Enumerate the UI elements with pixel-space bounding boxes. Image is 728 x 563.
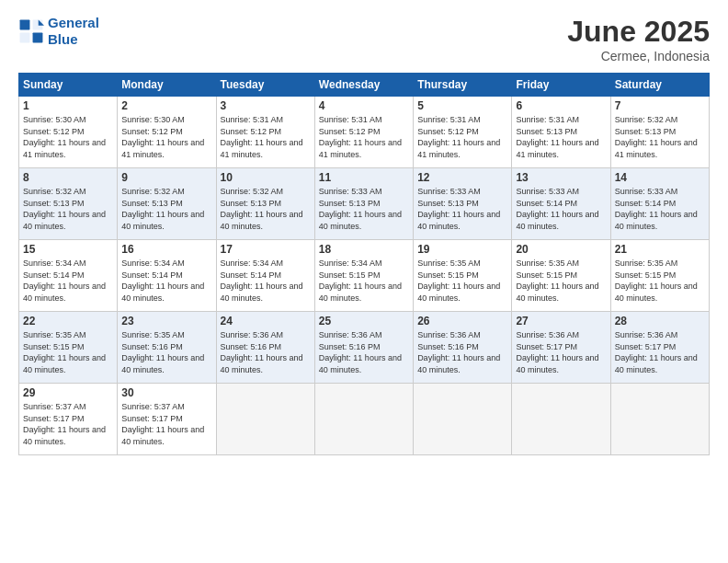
day-info: Sunrise: 5:30 AM Sunset: 5:12 PM Dayligh…	[23, 114, 113, 160]
month-title: June 2025	[567, 15, 710, 49]
day-number: 28	[615, 315, 705, 327]
col-header-tuesday: Tuesday	[216, 74, 314, 97]
logo-icon	[18, 18, 44, 44]
week-row-2: 8 Sunrise: 5:32 AM Sunset: 5:13 PM Dayli…	[19, 168, 710, 240]
day-number: 13	[516, 171, 606, 184]
day-cell: 30 Sunrise: 5:37 AM Sunset: 5:17 PM Dayl…	[118, 384, 216, 455]
col-header-saturday: Saturday	[610, 74, 709, 97]
day-cell: 4 Sunrise: 5:31 AM Sunset: 5:12 PM Dayli…	[314, 97, 413, 168]
day-info: Sunrise: 5:31 AM Sunset: 5:13 PM Dayligh…	[516, 114, 606, 160]
day-number: 8	[23, 171, 113, 184]
day-cell: 23 Sunrise: 5:35 AM Sunset: 5:16 PM Dayl…	[118, 312, 216, 384]
day-info: Sunrise: 5:36 AM Sunset: 5:16 PM Dayligh…	[319, 329, 409, 375]
day-cell: 19 Sunrise: 5:35 AM Sunset: 5:15 PM Dayl…	[414, 240, 512, 312]
day-info: Sunrise: 5:32 AM Sunset: 5:13 PM Dayligh…	[221, 186, 311, 232]
day-number: 6	[516, 99, 606, 112]
day-number: 21	[615, 243, 705, 256]
day-info: Sunrise: 5:36 AM Sunset: 5:16 PM Dayligh…	[417, 329, 507, 375]
day-cell: 7 Sunrise: 5:32 AM Sunset: 5:13 PM Dayli…	[610, 97, 709, 168]
logo-text: General Blue	[48, 15, 99, 48]
day-cell: 5 Sunrise: 5:31 AM Sunset: 5:12 PM Dayli…	[414, 97, 512, 168]
day-cell: 1 Sunrise: 5:30 AM Sunset: 5:12 PM Dayli…	[19, 97, 118, 168]
svg-rect-0	[20, 20, 30, 30]
day-cell	[216, 384, 314, 455]
day-info: Sunrise: 5:35 AM Sunset: 5:16 PM Dayligh…	[121, 329, 211, 375]
header: General Blue June 2025 Cermee, Indonesia	[18, 15, 710, 63]
day-info: Sunrise: 5:36 AM Sunset: 5:16 PM Dayligh…	[221, 329, 311, 375]
day-info: Sunrise: 5:31 AM Sunset: 5:12 PM Dayligh…	[221, 114, 311, 160]
day-info: Sunrise: 5:37 AM Sunset: 5:17 PM Dayligh…	[121, 401, 211, 447]
day-info: Sunrise: 5:35 AM Sunset: 5:15 PM Dayligh…	[615, 258, 705, 304]
day-number: 11	[319, 171, 409, 184]
day-number: 26	[417, 315, 507, 327]
day-cell: 6 Sunrise: 5:31 AM Sunset: 5:13 PM Dayli…	[512, 97, 610, 168]
day-number: 15	[23, 243, 113, 256]
day-cell: 26 Sunrise: 5:36 AM Sunset: 5:16 PM Dayl…	[414, 312, 512, 384]
day-number: 17	[221, 243, 311, 256]
day-cell: 16 Sunrise: 5:34 AM Sunset: 5:14 PM Dayl…	[118, 240, 216, 312]
logo: General Blue	[18, 15, 99, 48]
day-number: 29	[23, 386, 113, 399]
day-cell: 12 Sunrise: 5:33 AM Sunset: 5:13 PM Dayl…	[414, 168, 512, 240]
col-header-friday: Friday	[512, 74, 610, 97]
day-number: 14	[615, 171, 705, 184]
week-row-1: 1 Sunrise: 5:30 AM Sunset: 5:12 PM Dayli…	[19, 97, 710, 168]
day-cell	[512, 384, 610, 455]
col-header-sunday: Sunday	[19, 74, 118, 97]
day-cell: 21 Sunrise: 5:35 AM Sunset: 5:15 PM Dayl…	[610, 240, 709, 312]
day-info: Sunrise: 5:36 AM Sunset: 5:17 PM Dayligh…	[615, 329, 705, 375]
day-info: Sunrise: 5:33 AM Sunset: 5:14 PM Dayligh…	[615, 186, 705, 232]
day-cell: 15 Sunrise: 5:34 AM Sunset: 5:14 PM Dayl…	[19, 240, 118, 312]
svg-rect-3	[33, 33, 43, 43]
day-info: Sunrise: 5:34 AM Sunset: 5:14 PM Dayligh…	[23, 258, 113, 304]
day-cell: 9 Sunrise: 5:32 AM Sunset: 5:13 PM Dayli…	[118, 168, 216, 240]
day-cell: 22 Sunrise: 5:35 AM Sunset: 5:15 PM Dayl…	[19, 312, 118, 384]
day-info: Sunrise: 5:33 AM Sunset: 5:13 PM Dayligh…	[319, 186, 409, 232]
day-info: Sunrise: 5:32 AM Sunset: 5:13 PM Dayligh…	[23, 186, 113, 232]
col-header-wednesday: Wednesday	[314, 74, 413, 97]
day-number: 7	[615, 99, 705, 112]
day-info: Sunrise: 5:36 AM Sunset: 5:17 PM Dayligh…	[516, 329, 606, 375]
day-cell: 20 Sunrise: 5:35 AM Sunset: 5:15 PM Dayl…	[512, 240, 610, 312]
day-info: Sunrise: 5:37 AM Sunset: 5:17 PM Dayligh…	[23, 401, 113, 447]
day-info: Sunrise: 5:34 AM Sunset: 5:14 PM Dayligh…	[221, 258, 311, 304]
day-cell: 8 Sunrise: 5:32 AM Sunset: 5:13 PM Dayli…	[19, 168, 118, 240]
day-info: Sunrise: 5:35 AM Sunset: 5:15 PM Dayligh…	[23, 329, 113, 375]
day-cell: 29 Sunrise: 5:37 AM Sunset: 5:17 PM Dayl…	[19, 384, 118, 455]
calendar-page: General Blue June 2025 Cermee, Indonesia…	[0, 0, 728, 563]
day-info: Sunrise: 5:32 AM Sunset: 5:13 PM Dayligh…	[615, 114, 705, 160]
day-cell: 25 Sunrise: 5:36 AM Sunset: 5:16 PM Dayl…	[314, 312, 413, 384]
day-cell	[610, 384, 709, 455]
day-number: 10	[221, 171, 311, 184]
day-number: 5	[417, 99, 507, 112]
day-cell	[414, 384, 512, 455]
day-cell: 11 Sunrise: 5:33 AM Sunset: 5:13 PM Dayl…	[314, 168, 413, 240]
day-info: Sunrise: 5:33 AM Sunset: 5:14 PM Dayligh…	[516, 186, 606, 232]
location: Cermee, Indonesia	[567, 49, 710, 63]
day-cell: 28 Sunrise: 5:36 AM Sunset: 5:17 PM Dayl…	[610, 312, 709, 384]
day-number: 16	[121, 243, 211, 256]
day-number: 9	[121, 171, 211, 184]
day-cell: 18 Sunrise: 5:34 AM Sunset: 5:15 PM Dayl…	[314, 240, 413, 312]
col-header-thursday: Thursday	[414, 74, 512, 97]
day-info: Sunrise: 5:31 AM Sunset: 5:12 PM Dayligh…	[319, 114, 409, 160]
week-row-5: 29 Sunrise: 5:37 AM Sunset: 5:17 PM Dayl…	[19, 384, 710, 455]
day-info: Sunrise: 5:35 AM Sunset: 5:15 PM Dayligh…	[516, 258, 606, 304]
col-header-monday: Monday	[118, 74, 216, 97]
day-number: 25	[319, 315, 409, 327]
day-number: 30	[121, 386, 211, 399]
day-number: 18	[319, 243, 409, 256]
day-number: 27	[516, 315, 606, 327]
day-cell	[314, 384, 413, 455]
day-number: 19	[417, 243, 507, 256]
day-cell: 2 Sunrise: 5:30 AM Sunset: 5:12 PM Dayli…	[118, 97, 216, 168]
day-number: 12	[417, 171, 507, 184]
title-block: June 2025 Cermee, Indonesia	[567, 15, 710, 63]
day-number: 4	[319, 99, 409, 112]
day-cell: 14 Sunrise: 5:33 AM Sunset: 5:14 PM Dayl…	[610, 168, 709, 240]
day-cell: 3 Sunrise: 5:31 AM Sunset: 5:12 PM Dayli…	[216, 97, 314, 168]
day-number: 3	[221, 99, 311, 112]
svg-rect-2	[20, 33, 30, 43]
day-info: Sunrise: 5:31 AM Sunset: 5:12 PM Dayligh…	[417, 114, 507, 160]
week-row-3: 15 Sunrise: 5:34 AM Sunset: 5:14 PM Dayl…	[19, 240, 710, 312]
